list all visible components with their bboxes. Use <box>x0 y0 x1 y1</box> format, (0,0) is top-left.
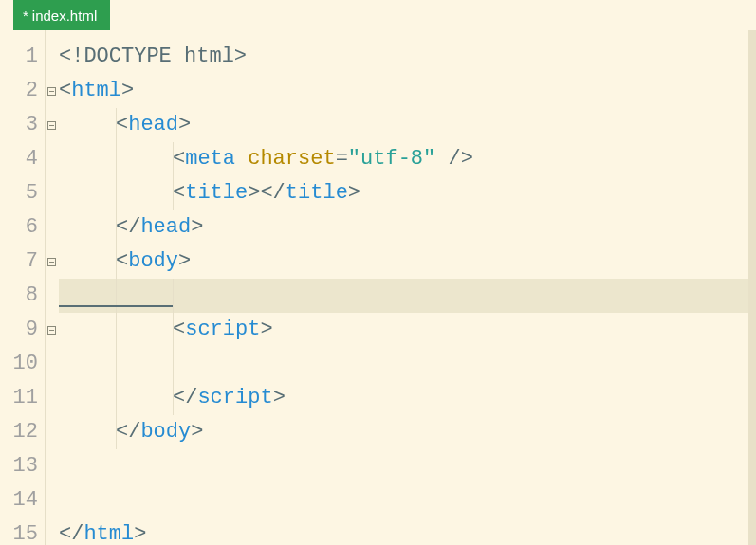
code-line[interactable] <box>59 483 748 518</box>
line-number: 7 <box>0 245 38 279</box>
code-text: <title></title> <box>173 176 360 210</box>
code-line[interactable]: <title></title> <box>59 176 748 210</box>
tab-modified-marker: * <box>23 8 28 24</box>
line-number: 15 <box>0 518 38 545</box>
line-number: 12 <box>0 415 38 449</box>
indent-guide <box>173 279 174 313</box>
line-number: 6 <box>0 210 38 245</box>
code-line[interactable]: </body> <box>59 415 748 449</box>
code-line[interactable] <box>59 449 748 483</box>
indent-guide <box>116 347 117 381</box>
fold-toggle-icon[interactable] <box>46 245 57 279</box>
line-number: 3 <box>0 108 38 142</box>
line-number: 8 <box>0 279 38 313</box>
line-number: 1 <box>0 40 38 74</box>
editor-window: * index.html 123456789101112131415 <!DOC… <box>0 0 756 545</box>
fold-column <box>46 30 59 545</box>
code-line[interactable]: <body> <box>59 245 748 279</box>
code-line[interactable]: <meta charset="utf-8" /> <box>59 142 748 176</box>
line-number: 10 <box>0 347 38 381</box>
code-line[interactable]: <script> <box>59 313 748 347</box>
code-line[interactable]: </head> <box>59 210 748 245</box>
indent-guide <box>116 313 117 347</box>
code-text: <html> <box>59 74 134 108</box>
code-line[interactable]: </html> <box>59 518 748 545</box>
vertical-scrollbar[interactable] <box>748 30 756 545</box>
tab-bar: * index.html <box>0 0 756 30</box>
code-text: <!DOCTYPE html> <box>59 40 247 74</box>
tab-active[interactable]: * index.html <box>13 0 110 30</box>
line-number: 2 <box>0 74 38 108</box>
indent-guide <box>116 142 117 176</box>
code-line[interactable]: <!DOCTYPE html> <box>59 40 748 74</box>
indent-guide <box>116 279 117 313</box>
code-line[interactable] <box>59 347 748 381</box>
code-line[interactable]: <html> <box>59 74 748 108</box>
fold-toggle-icon[interactable] <box>46 108 57 142</box>
code-line[interactable]: <head> <box>59 108 748 142</box>
line-number: 4 <box>0 142 38 176</box>
line-number: 5 <box>0 176 38 210</box>
line-number: 11 <box>0 381 38 415</box>
code-line[interactable] <box>59 279 748 313</box>
line-number: 13 <box>0 449 38 483</box>
code-text: <body> <box>116 245 191 279</box>
code-area[interactable]: 123456789101112131415 <!DOCTYPE html><ht… <box>0 30 756 545</box>
code-text: <head> <box>116 108 191 142</box>
line-number: 14 <box>0 483 38 518</box>
indent-guide <box>230 347 230 381</box>
tab-filename: index.html <box>32 8 97 24</box>
code-line[interactable]: </script> <box>59 381 748 415</box>
code-text: </script> <box>173 381 286 415</box>
code-text: </html> <box>59 518 146 545</box>
code-text: <script> <box>173 313 273 347</box>
code-lines[interactable]: <!DOCTYPE html><html><head><meta charset… <box>59 30 748 545</box>
line-number: 9 <box>0 313 38 347</box>
code-text: </body> <box>116 415 203 449</box>
code-text: </head> <box>116 210 203 245</box>
fold-toggle-icon[interactable] <box>46 74 57 108</box>
indent-guide <box>116 176 117 210</box>
indent-guide <box>173 347 174 381</box>
code-text: <meta charset="utf-8" /> <box>173 142 473 176</box>
fold-toggle-icon[interactable] <box>46 313 57 347</box>
indent-guide <box>116 381 117 415</box>
line-number-gutter: 123456789101112131415 <box>0 30 46 545</box>
cursor <box>59 305 173 307</box>
